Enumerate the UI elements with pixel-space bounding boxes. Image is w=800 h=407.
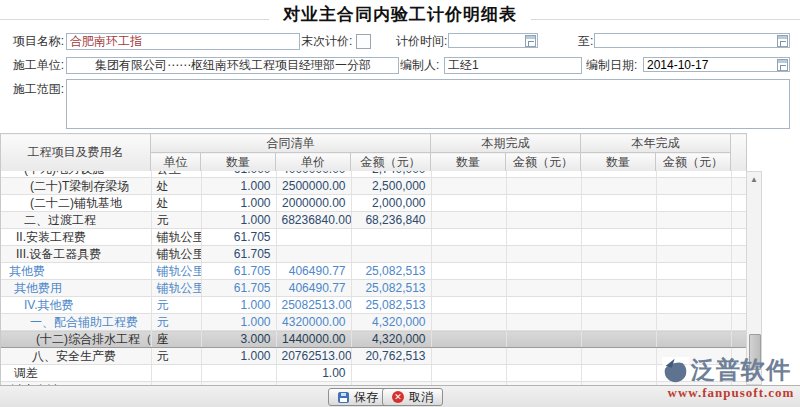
- vertical-scrollbar[interactable]: ▲ ▼: [746, 171, 762, 385]
- compile-date-input[interactable]: [643, 57, 790, 72]
- header-amount: 金额（元）: [656, 153, 731, 172]
- table-body-viewport: (十九)电力设施 公里 61.000 4000000.00 2,740,000 …: [0, 171, 748, 385]
- header-year-done: 本年完成: [581, 134, 731, 153]
- table-row[interactable]: II.安装工程费 铺轨公里 61.705: [1, 229, 747, 246]
- header-amount: 金额（元）: [351, 153, 431, 172]
- table-row[interactable]: 二、过渡工程 元 1.000 68236840.00 68,236,840: [1, 212, 747, 229]
- scope-label: 施工范围:: [8, 81, 64, 98]
- construction-unit-input[interactable]: [66, 57, 399, 74]
- table-row[interactable]: (十二)综合排水工程（含给... 座 3.000 1440000.00 4,32…: [1, 331, 747, 348]
- table-row[interactable]: (二十二)铺轨基地 处 1.000 2000000.00 2,000,000: [1, 195, 747, 212]
- header-period-done: 本期完成: [431, 134, 581, 153]
- header-price: 单价: [276, 153, 351, 172]
- header-amount: 金额（元）: [506, 153, 581, 172]
- pricing-time-to-input[interactable]: [594, 33, 790, 48]
- header-qty: 数量: [201, 153, 276, 172]
- header-unit: 单位: [151, 153, 201, 172]
- project-name-input[interactable]: [66, 33, 300, 50]
- cancel-x-icon: [392, 391, 404, 403]
- table-row[interactable]: (二十)T梁制存梁场 处 1.000 2500000.00 2,500,000: [1, 178, 747, 195]
- save-button-label: 保存: [354, 389, 378, 406]
- bottom-toolbar: 保存 取消: [0, 385, 800, 407]
- pricing-detail-window: 对业主合同内验工计价明细表 项目名称: 末次计价: 计价时间: 至: 施工单位:…: [0, 0, 800, 407]
- scope-textarea[interactable]: [66, 79, 790, 129]
- compile-date-field: [643, 57, 790, 72]
- page-title: 对业主合同内验工计价明细表: [0, 3, 800, 26]
- compiler-label: 编制人:: [400, 57, 439, 74]
- table-body: (十九)电力设施 公里 61.000 4000000.00 2,740,000 …: [1, 171, 748, 385]
- scroll-down-icon[interactable]: ▼: [748, 370, 760, 382]
- pricing-time-field: [448, 33, 538, 48]
- cancel-button[interactable]: 取消: [382, 388, 443, 406]
- calendar-icon[interactable]: [777, 59, 788, 71]
- table-row[interactable]: III.设备工器具费 铺轨公里 61.705: [1, 246, 747, 263]
- header-filler: [731, 134, 747, 172]
- last-pricing-label: 末次计价:: [301, 33, 352, 50]
- to-label: 至:: [578, 33, 593, 50]
- save-button[interactable]: 保存: [328, 388, 388, 406]
- table-row[interactable]: 一、配合辅助工程费 元 1.000 4320000.00 4,320,000: [1, 314, 747, 331]
- table-row[interactable]: IV.其他费 元 1.000 25082513.00 25,082,513: [1, 297, 747, 314]
- scroll-up-icon[interactable]: ▲: [748, 174, 760, 186]
- table-row[interactable]: 其他费 铺轨公里 61.705 406490.77 25,082,513: [1, 263, 747, 280]
- compiler-input[interactable]: [444, 57, 582, 74]
- table-row[interactable]: 其他费用 铺轨公里 61.705 406490.77 25,082,513: [1, 280, 747, 297]
- project-name-label: 项目名称:: [8, 33, 64, 50]
- table-header: 工程项目及费用名 合同清单 本期完成 本年完成 单位 数量 单价 金额（元） 数…: [0, 133, 747, 172]
- table-row[interactable]: 调差 1.00: [1, 365, 747, 382]
- save-floppy-icon: [338, 392, 349, 403]
- cancel-button-label: 取消: [409, 389, 433, 406]
- header-item-name: 工程项目及费用名: [1, 134, 151, 172]
- pricing-time-label: 计价时间:: [396, 33, 447, 50]
- header-qty: 数量: [431, 153, 506, 172]
- table-row[interactable]: 八、安全生产费 元 1.000 20762513.00 20,762,513: [1, 348, 747, 365]
- calendar-icon[interactable]: [777, 35, 788, 47]
- compile-date-label: 编制日期:: [586, 57, 637, 74]
- pricing-time-to-field: [594, 33, 790, 48]
- calendar-icon[interactable]: [525, 35, 536, 47]
- header-qty: 数量: [581, 153, 656, 172]
- last-pricing-checkbox[interactable]: [356, 34, 371, 49]
- construction-unit-label: 施工单位:: [8, 57, 64, 74]
- scrollbar-thumb[interactable]: [749, 334, 761, 370]
- header-contract-list: 合同清单: [151, 134, 431, 153]
